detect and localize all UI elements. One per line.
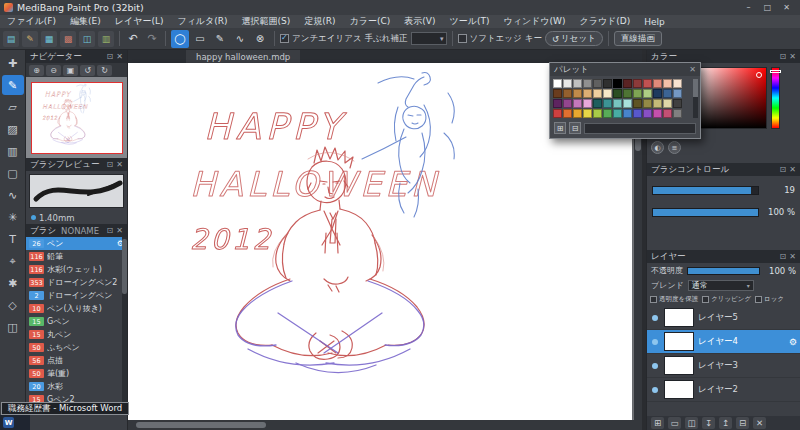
brush-list-scrollbar-thumb[interactable] xyxy=(122,239,127,294)
merge-down-button[interactable]: ↧ xyxy=(702,417,715,429)
menu-item[interactable]: フィルタ(R) xyxy=(170,15,234,28)
menu-item[interactable]: クラウド(D) xyxy=(572,15,637,28)
layer-row[interactable]: レイヤー4⚙ xyxy=(647,330,800,354)
menu-item[interactable]: レイヤー(L) xyxy=(108,15,171,28)
word-taskbar-icon[interactable]: W xyxy=(3,417,14,428)
material-panel-icon[interactable]: ▥ xyxy=(98,31,114,47)
palette-swatch[interactable] xyxy=(673,79,682,88)
palette-swatch[interactable] xyxy=(633,79,642,88)
layer-row[interactable]: レイヤー2 xyxy=(647,378,800,402)
brush-list-item[interactable]: 15丸ペン xyxy=(26,328,127,341)
brush-list-item[interactable]: 10ペン(入り抜き) xyxy=(26,302,127,315)
blend-mode-select[interactable]: 通常 ▾ xyxy=(688,280,754,291)
palette-swatch[interactable] xyxy=(563,79,572,88)
palette-swatch[interactable] xyxy=(633,89,642,98)
palette-swatch[interactable] xyxy=(623,89,632,98)
brush-size-slider-track[interactable] xyxy=(652,186,759,195)
palette-swatch[interactable] xyxy=(553,89,562,98)
layer-row[interactable]: レイヤー3 xyxy=(647,354,800,378)
palette-scrollbar-thumb[interactable] xyxy=(693,79,698,97)
rect-select-tool[interactable]: ▭ xyxy=(191,30,209,48)
rotate-left-button[interactable]: ↺ xyxy=(80,65,95,76)
document-tab[interactable]: happy halloween.mdp xyxy=(186,50,300,63)
palette-swatch[interactable] xyxy=(673,109,682,118)
reset-button[interactable]: ↺ リセット xyxy=(545,31,603,46)
rotate-right-button[interactable]: ↻ xyxy=(97,65,112,76)
palette-swatch[interactable] xyxy=(653,109,662,118)
palette-swatch[interactable] xyxy=(653,99,662,108)
layer-visibility-icon[interactable] xyxy=(650,363,660,369)
palette-swatch[interactable] xyxy=(583,79,592,88)
palette-swatch[interactable] xyxy=(593,79,602,88)
panel-close-icon[interactable]: ✕ xyxy=(789,252,796,261)
zoom-in-button[interactable]: ⊕ xyxy=(29,65,44,76)
menu-item[interactable]: Help xyxy=(637,15,672,28)
menu-item[interactable]: 選択範囲(S) xyxy=(235,15,298,28)
palette-swatch[interactable] xyxy=(633,99,642,108)
panel-dock-icon[interactable]: ⊡ xyxy=(780,52,787,61)
gradient-tool[interactable]: ▥ xyxy=(2,141,24,161)
brush-list-item[interactable]: 15Gペン xyxy=(26,315,127,328)
brush-list-item[interactable]: 116水彩(ウェット) xyxy=(26,263,127,276)
brush-size-slider[interactable]: 19 xyxy=(647,182,800,198)
swatch-name-field[interactable] xyxy=(584,123,696,134)
brush-list-item[interactable]: 50筆(重) xyxy=(26,367,127,380)
menu-item[interactable]: 表示(V) xyxy=(397,15,442,28)
menu-item[interactable]: ツール(T) xyxy=(443,15,497,28)
palette-swatch[interactable] xyxy=(603,79,612,88)
ellipse-select-tool[interactable]: ◯ xyxy=(171,30,189,48)
palette-swatch[interactable] xyxy=(603,89,612,98)
panel-dock-icon[interactable]: ⊡ xyxy=(780,252,787,261)
color-wheel-toggle-button[interactable]: ◐ xyxy=(651,141,664,154)
panel-close-icon[interactable]: ✕ xyxy=(116,160,123,169)
brush-list-item[interactable]: 56点描 xyxy=(26,354,127,367)
panel-close-icon[interactable]: ✕ xyxy=(789,165,796,174)
brush-tool[interactable]: ✎ xyxy=(2,75,24,95)
palette-swatch[interactable] xyxy=(633,109,642,118)
palette-swatch[interactable] xyxy=(663,79,672,88)
palette-swatch[interactable] xyxy=(553,109,562,118)
palette-swatch[interactable] xyxy=(593,109,602,118)
select-tool[interactable]: ▢ xyxy=(2,163,24,183)
layer-visibility-icon[interactable] xyxy=(650,387,660,393)
brush-panel-icon[interactable]: ✎ xyxy=(22,31,38,47)
palette-swatch[interactable] xyxy=(573,89,582,98)
palette-swatch[interactable] xyxy=(653,89,662,98)
brush-list-item[interactable]: 26ペン⚙ xyxy=(26,237,127,250)
panel-dock-icon[interactable]: ⊡ xyxy=(107,160,114,169)
palette-swatch[interactable] xyxy=(573,109,582,118)
deselect-tool[interactable]: ⊗ xyxy=(251,30,269,48)
new-layer-button[interactable]: ⊞ xyxy=(651,417,664,429)
palette-swatch[interactable] xyxy=(603,109,612,118)
palette-swatch[interactable] xyxy=(563,99,572,108)
color-slider-toggle-button[interactable]: ≡ xyxy=(668,141,681,154)
minimize-button[interactable]: – xyxy=(739,1,758,14)
divide-tool[interactable]: ◫ xyxy=(2,317,24,337)
brush-opacity-slider-track[interactable] xyxy=(652,208,759,217)
stabilizer-select[interactable]: ▾ xyxy=(411,32,447,45)
brush-list-item[interactable]: 2ドローイングペン xyxy=(26,289,127,302)
eyedropper-tool[interactable]: ⌖ xyxy=(2,251,24,271)
maximize-button[interactable]: □ xyxy=(758,1,777,14)
palette-swatch[interactable] xyxy=(583,109,592,118)
magic-wand-tool[interactable]: ✳ xyxy=(2,207,24,227)
brush-opacity-slider[interactable]: 100 % xyxy=(647,204,800,220)
text-tool[interactable]: T xyxy=(2,229,24,249)
fit-view-button[interactable]: ▣ xyxy=(63,65,78,76)
menu-item[interactable]: カラー(C) xyxy=(343,15,398,28)
close-button[interactable]: ✕ xyxy=(777,1,796,14)
layer-option-checkbox[interactable]: クリッピング xyxy=(702,295,751,304)
palette-scrollbar[interactable] xyxy=(693,79,698,118)
layer-panel-icon[interactable]: ◫ xyxy=(79,31,95,47)
palette-swatch[interactable] xyxy=(603,99,612,108)
antialias-checkbox[interactable]: アンチエイリアス xyxy=(280,33,362,45)
palette-swatch[interactable] xyxy=(573,79,582,88)
layer-opacity-slider[interactable] xyxy=(687,267,760,275)
brush-list-item[interactable]: 50ふちペン xyxy=(26,341,127,354)
move-tool[interactable]: ✚ xyxy=(2,53,24,73)
layer-option-checkbox[interactable]: ロック xyxy=(755,295,784,304)
palette-swatch[interactable] xyxy=(663,89,672,98)
palette-swatch[interactable] xyxy=(563,109,572,118)
zoom-out-button[interactable]: ⊖ xyxy=(46,65,61,76)
brush-list-item[interactable]: 20水彩 xyxy=(26,380,127,393)
